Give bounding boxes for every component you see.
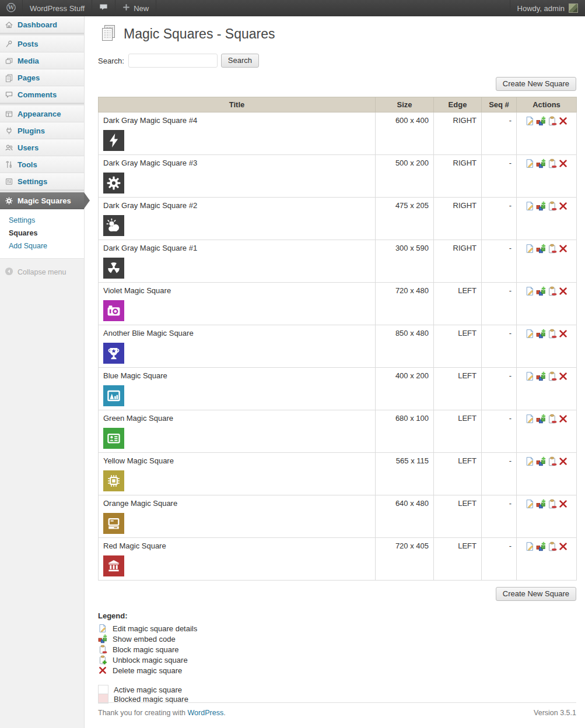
embed-action-icon[interactable] xyxy=(536,201,546,213)
site-name-menu[interactable]: WordPress Stuff xyxy=(23,0,92,16)
embed-action-icon[interactable] xyxy=(536,159,546,170)
main-content: Magic Squares - Squares Search: Search C… xyxy=(85,16,585,728)
embed-action-icon[interactable] xyxy=(536,371,546,383)
sidebar-item-appearance[interactable]: Appearance xyxy=(0,105,84,122)
collapse-menu-button[interactable]: Collapse menu xyxy=(0,259,84,277)
delete-action-icon[interactable] xyxy=(558,414,568,425)
delete-action-icon[interactable] xyxy=(558,244,568,255)
edit-action-icon[interactable] xyxy=(525,499,535,511)
table-row: Yellow Magic Square565 x 115LEFT- xyxy=(99,453,577,495)
block-action-icon[interactable] xyxy=(547,116,557,128)
delete-action-icon[interactable] xyxy=(558,329,568,340)
new-content-menu[interactable]: New xyxy=(115,0,156,16)
delete-action-icon[interactable] xyxy=(558,499,568,511)
embed-action-icon[interactable] xyxy=(536,499,546,511)
block-action-icon[interactable] xyxy=(547,201,557,213)
sidebar-item-media[interactable]: Media xyxy=(0,52,84,69)
embed-action-icon[interactable] xyxy=(536,116,546,128)
legend-title: Legend: xyxy=(98,611,576,620)
square-edge: LEFT xyxy=(434,410,482,453)
search-button[interactable]: Search xyxy=(221,54,259,68)
embed-action-icon[interactable] xyxy=(536,329,546,340)
square-actions xyxy=(517,368,577,410)
square-edge: LEFT xyxy=(434,495,482,538)
embed-action-icon[interactable] xyxy=(536,244,546,255)
delete-action-icon[interactable] xyxy=(558,456,568,468)
block-action-icon[interactable] xyxy=(547,541,557,553)
sidebar-item-label: Tools xyxy=(17,160,37,169)
square-actions xyxy=(517,240,577,283)
submenu-item-settings[interactable]: Settings xyxy=(0,214,84,227)
edit-action-icon[interactable] xyxy=(525,159,535,170)
sidebar-item-label: Settings xyxy=(17,177,47,186)
sidebar-item-plugins[interactable]: Plugins xyxy=(0,122,84,139)
sidebar-item-magic-squares[interactable]: Magic Squares xyxy=(0,192,84,209)
square-size: 400 x 200 xyxy=(376,368,434,410)
square-title: Violet Magic Square xyxy=(103,286,370,295)
table-row: Another Blie Magic Square850 x 480LEFT- xyxy=(99,325,577,368)
square-size: 475 x 205 xyxy=(376,198,434,240)
active-arrow-icon xyxy=(84,192,90,209)
sidebar-submenu: SettingsSquaresAdd Square xyxy=(0,209,84,259)
create-new-square-button-top[interactable]: Create New Square xyxy=(496,77,576,91)
wordpress-link[interactable]: WordPress xyxy=(188,709,224,717)
comments-shortcut[interactable] xyxy=(92,0,115,16)
sidebar-item-label: Magic Squares xyxy=(17,196,71,205)
embed-action-icon[interactable] xyxy=(536,456,546,468)
square-edge: RIGHT xyxy=(434,240,482,283)
sidebar-item-posts[interactable]: Posts xyxy=(0,36,84,52)
delete-action-icon[interactable] xyxy=(558,541,568,553)
delete-action-icon[interactable] xyxy=(558,371,568,383)
comment-bubble-icon xyxy=(99,3,108,13)
embed-action-icon[interactable] xyxy=(536,414,546,425)
edit-action-icon[interactable] xyxy=(525,456,535,468)
edit-action-icon[interactable] xyxy=(525,541,535,553)
block-action-icon[interactable] xyxy=(547,371,557,383)
table-row: Green Magic Square680 x 100LEFT- xyxy=(99,410,577,453)
sidebar-item-tools[interactable]: Tools xyxy=(0,156,84,173)
edit-action-icon[interactable] xyxy=(525,244,535,255)
sidebar-item-users[interactable]: Users xyxy=(0,139,84,156)
block-action-icon[interactable] xyxy=(547,329,557,340)
legend-item-label: Unblock magic square xyxy=(113,656,188,664)
sidebar-item-comments[interactable]: Comments xyxy=(0,86,84,103)
search-input[interactable] xyxy=(128,54,218,68)
block-action-icon[interactable] xyxy=(547,456,557,468)
square-size: 640 x 480 xyxy=(376,495,434,538)
sidebar-item-dashboard[interactable]: Dashboard xyxy=(0,16,84,33)
edit-action-icon[interactable] xyxy=(525,329,535,340)
square-edge: RIGHT xyxy=(434,198,482,240)
edit-action-icon[interactable] xyxy=(525,286,535,298)
block-action-icon[interactable] xyxy=(547,244,557,255)
pin-icon xyxy=(5,40,13,48)
block-action-icon[interactable] xyxy=(547,499,557,511)
search-bar: Search: Search xyxy=(98,54,576,68)
embed-action-icon[interactable] xyxy=(536,286,546,298)
create-new-square-button-bottom[interactable]: Create New Square xyxy=(496,587,576,601)
delete-action-icon[interactable] xyxy=(558,159,568,170)
table-row: Dark Gray Magic Square #3500 x 200RIGHT- xyxy=(99,155,577,198)
tools-icon xyxy=(5,160,13,169)
sidebar-item-settings[interactable]: Settings xyxy=(0,173,84,190)
legend-item-label: Block magic square xyxy=(113,645,178,654)
embed-action-icon[interactable] xyxy=(536,541,546,553)
edit-action-icon[interactable] xyxy=(525,414,535,425)
bank-icon xyxy=(103,555,124,576)
delete-action-icon[interactable] xyxy=(558,201,568,213)
wordpress-logo-menu[interactable]: W xyxy=(0,0,23,16)
square-seq: - xyxy=(482,112,517,155)
square-title: Dark Gray Magic Square #3 xyxy=(103,159,370,167)
edit-action-icon[interactable] xyxy=(525,201,535,213)
sidebar-item-pages[interactable]: Pages xyxy=(0,69,84,86)
block-action-icon[interactable] xyxy=(547,159,557,170)
delete-action-icon[interactable] xyxy=(558,286,568,298)
edit-action-icon[interactable] xyxy=(525,371,535,383)
account-menu[interactable]: Howdy, admin xyxy=(510,0,585,16)
block-action-icon[interactable] xyxy=(547,286,557,298)
block-action-icon[interactable] xyxy=(547,414,557,425)
submenu-item-squares[interactable]: Squares xyxy=(0,227,84,240)
delete-action-icon[interactable] xyxy=(558,116,568,128)
edit-action-icon[interactable] xyxy=(525,116,535,128)
submenu-item-add-square[interactable]: Add Square xyxy=(0,240,84,252)
square-title: Dark Gray Magic Square #1 xyxy=(103,244,370,252)
